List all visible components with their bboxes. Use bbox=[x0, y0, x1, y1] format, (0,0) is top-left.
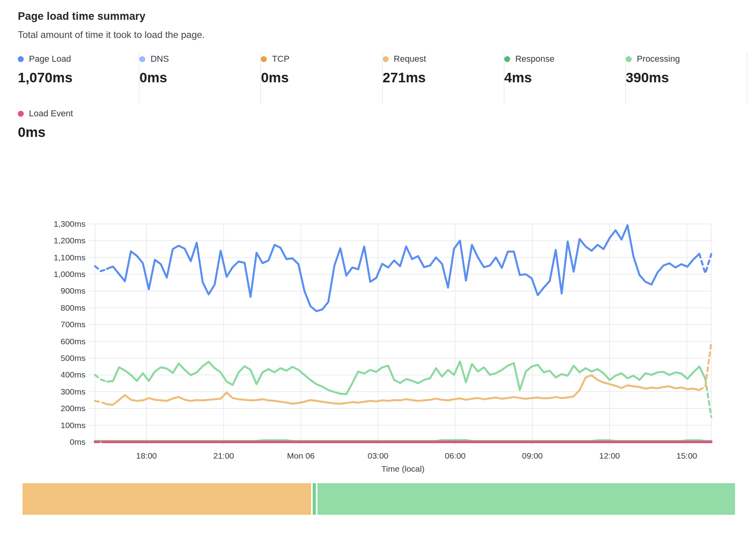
x-tick-label: Mon 06 bbox=[287, 451, 315, 460]
page-load-time-chart[interactable]: 0ms100ms200ms300ms400ms500ms600ms700ms80… bbox=[0, 166, 756, 483]
y-tick-label: 500ms bbox=[61, 353, 85, 362]
legend-row-2: Load Event 0ms bbox=[18, 107, 756, 140]
processing-dot-icon bbox=[626, 56, 632, 62]
processing-share[interactable] bbox=[317, 483, 735, 515]
legend-value: 0ms bbox=[18, 124, 756, 140]
load-event-dot-icon bbox=[18, 111, 24, 117]
dns-dot-icon bbox=[139, 56, 145, 62]
legend-label: TCP bbox=[272, 54, 289, 64]
request-dot-icon bbox=[383, 56, 389, 62]
page-subtitle: Total amount of time it took to load the… bbox=[18, 29, 756, 40]
x-tick-label: 06:00 bbox=[445, 451, 466, 460]
line-chart-canvas[interactable]: 0ms100ms200ms300ms400ms500ms600ms700ms80… bbox=[0, 166, 756, 483]
x-tick-label: 15:00 bbox=[676, 451, 697, 460]
legend-value: 0ms bbox=[139, 70, 260, 85]
legend-item-dns[interactable]: DNS 0ms bbox=[139, 52, 261, 104]
page-load-dot-icon bbox=[18, 56, 24, 62]
legend-value: 271ms bbox=[383, 70, 504, 85]
legend-label: Load Event bbox=[29, 108, 73, 119]
y-tick-label: 100ms bbox=[61, 421, 85, 430]
x-tick-label: 21:00 bbox=[213, 451, 234, 460]
y-tick-label: 900ms bbox=[61, 286, 85, 295]
y-tick-label: 700ms bbox=[61, 320, 85, 329]
response-dot-icon bbox=[504, 56, 510, 62]
y-tick-label: 0ms bbox=[70, 437, 85, 446]
x-tick-label: 03:00 bbox=[368, 451, 389, 460]
x-tick-label: 09:00 bbox=[522, 451, 543, 460]
legend-value: 390ms bbox=[626, 70, 747, 85]
tcp-dot-icon bbox=[261, 56, 267, 62]
legend-label: DNS bbox=[150, 54, 169, 64]
y-tick-label: 1,100ms bbox=[53, 253, 85, 262]
legend-value: 1,070ms bbox=[18, 70, 139, 85]
legend-label: Processing bbox=[637, 54, 680, 64]
legend-item-page-load[interactable]: Page Load 1,070ms bbox=[18, 52, 139, 104]
y-tick-label: 300ms bbox=[61, 387, 85, 396]
legend-item-tcp[interactable]: TCP 0ms bbox=[261, 52, 382, 104]
response-share[interactable] bbox=[313, 483, 316, 515]
series-line-page-load bbox=[107, 225, 699, 311]
y-tick-label: 1,000ms bbox=[53, 269, 85, 279]
x-axis-title: Time (local) bbox=[382, 464, 425, 473]
y-tick-label: 600ms bbox=[61, 337, 85, 346]
x-tick-label: 12:00 bbox=[599, 451, 620, 460]
legend-item-response[interactable]: Response 4ms bbox=[504, 52, 626, 104]
timing-breakdown-bar[interactable] bbox=[0, 483, 756, 515]
page-title: Page load time summary bbox=[18, 10, 756, 23]
y-tick-label: 800ms bbox=[61, 303, 85, 312]
legend-value: 4ms bbox=[504, 70, 625, 85]
legend-row-1: Page Load 1,070ms DNS 0ms TCP 0ms Reques… bbox=[18, 52, 747, 104]
legend-value: 0ms bbox=[261, 70, 382, 85]
legend-label: Response bbox=[515, 54, 555, 64]
y-tick-label: 400ms bbox=[61, 370, 85, 379]
x-tick-label: 18:00 bbox=[136, 451, 157, 460]
legend-item-load-event[interactable]: Load Event 0ms bbox=[18, 107, 756, 140]
legend-label: Request bbox=[394, 54, 426, 64]
y-tick-label: 200ms bbox=[61, 404, 85, 413]
series-line-processing-dashed bbox=[95, 375, 107, 381]
legend-item-processing[interactable]: Processing 390ms bbox=[626, 52, 747, 104]
series-line-request-dashed bbox=[699, 343, 711, 390]
request-share[interactable] bbox=[23, 483, 311, 515]
series-line-page-load-dashed bbox=[95, 266, 107, 271]
chart-header: Page load time summary Total amount of t… bbox=[0, 0, 756, 40]
legend-item-request[interactable]: Request 271ms bbox=[383, 52, 504, 104]
series-line-request-dashed bbox=[95, 401, 107, 404]
y-tick-label: 1,300ms bbox=[53, 219, 85, 228]
y-tick-label: 1,200ms bbox=[53, 236, 85, 245]
series-line-processing bbox=[107, 362, 705, 395]
legend-label: Page Load bbox=[29, 54, 71, 64]
series-line-page-load-dashed bbox=[699, 254, 711, 273]
